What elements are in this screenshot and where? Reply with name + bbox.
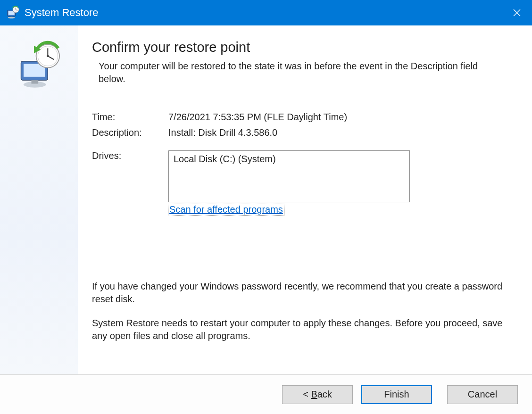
window-title: System Restore: [25, 7, 99, 19]
description-row: Description: Install: Disk Drill 4.3.586…: [92, 127, 504, 138]
titlebar: System Restore: [0, 0, 532, 25]
cancel-button[interactable]: Cancel: [447, 385, 518, 404]
wizard-body: Confirm your restore point Your computer…: [0, 25, 532, 374]
svg-point-2: [8, 17, 15, 18]
svg-rect-12: [31, 80, 38, 83]
system-restore-icon: [13, 40, 65, 91]
page-subheading: Your computer will be restored to the st…: [99, 60, 504, 85]
description-label: Description:: [92, 127, 168, 138]
drives-label: Drives:: [92, 150, 168, 161]
time-value: 7/26/2021 7:53:35 PM (FLE Daylight Time): [168, 112, 347, 123]
time-label: Time:: [92, 112, 168, 123]
drives-listbox[interactable]: Local Disk (C:) (System): [168, 150, 410, 202]
page-heading: Confirm your restore point: [92, 40, 504, 55]
finish-button[interactable]: Finish: [361, 385, 432, 404]
password-note: If you have changed your Windows passwor…: [92, 280, 504, 306]
time-row: Time: 7/26/2021 7:53:35 PM (FLE Daylight…: [92, 112, 504, 123]
wizard-content: Confirm your restore point Your computer…: [78, 25, 532, 374]
drives-row: Drives: Local Disk (C:) (System) Scan fo…: [92, 150, 504, 215]
restart-note: System Restore needs to restart your com…: [92, 317, 504, 342]
system-restore-title-icon: [6, 6, 20, 20]
close-button[interactable]: [502, 0, 532, 25]
wizard-sidebar: [0, 25, 78, 374]
svg-point-17: [47, 55, 49, 58]
back-button[interactable]: < Back: [282, 385, 353, 404]
drives-item: Local Disk (C:) (System): [174, 154, 276, 164]
scan-affected-programs-link[interactable]: Scan for affected programs: [168, 204, 284, 215]
description-value: Install: Disk Drill 4.3.586.0: [168, 127, 277, 138]
wizard-button-bar: < Back Finish Cancel: [0, 374, 532, 414]
